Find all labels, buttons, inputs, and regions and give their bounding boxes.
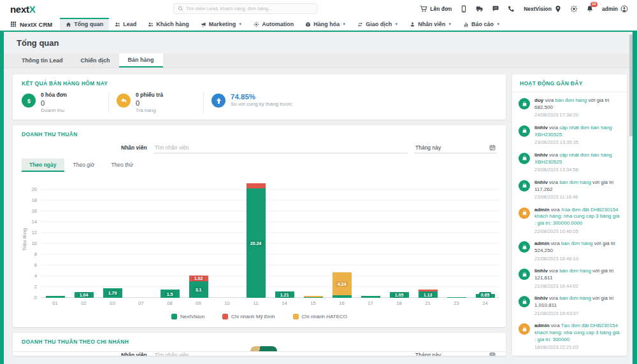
page-title: Tổng quan <box>17 38 633 48</box>
nav-item-2[interactable]: Lead <box>109 18 142 31</box>
activity-text: admin vừa bán đơn hàng với giá trị 524,2… <box>534 241 620 262</box>
y-tick-label: 2 <box>34 284 37 290</box>
employee-search-input[interactable] <box>154 143 408 153</box>
nav-item-label: Marketing <box>209 21 236 27</box>
period-value: Tháng này <box>415 352 441 356</box>
chat-button[interactable] <box>492 5 499 13</box>
order-bag-icon <box>519 241 530 253</box>
app-logo: nextX <box>10 4 35 15</box>
chart-tabs: Theo ngàyTheo giờTheo thứ <box>13 155 506 172</box>
activity-list[interactable]: duy vừa bán đơn hàng với giá trị 682,500… <box>512 92 627 356</box>
app-switcher[interactable]: NextX CRM <box>10 21 52 28</box>
page-scrollbar-thumb[interactable] <box>629 34 633 136</box>
chart-tab-3[interactable]: Theo thứ <box>103 158 141 172</box>
call-button[interactable] <box>508 5 515 13</box>
activity-action-link[interactable]: bán đơn hàng <box>561 241 593 246</box>
order-bag-icon <box>519 98 530 109</box>
page-scrollbar-track[interactable] <box>629 32 633 364</box>
chart-tab-1[interactable]: Theo ngày <box>22 158 64 172</box>
nav-item-4[interactable]: Marketing▼ <box>195 18 248 31</box>
chart-tab-2[interactable]: Theo giờ <box>66 158 103 172</box>
nav-item-8[interactable]: Nhân viên▼ <box>404 18 457 31</box>
search-input[interactable] <box>186 6 313 11</box>
activity-sidebar: HOẠT ĐỘNG GẦN ĐÂY duy vừa bán đơn hàng v… <box>512 74 627 356</box>
chat-icon <box>492 5 499 13</box>
home-icon <box>66 22 71 27</box>
bar-value-label: 4.24 <box>336 281 348 287</box>
brand-label: NextX CRM <box>20 21 52 28</box>
top-header-bar: nextX Lên đơnNextVision10admin <box>0 0 637 18</box>
bar-segment[interactable] <box>46 296 65 298</box>
arrow-up-icon <box>211 94 225 108</box>
activity-action-link[interactable]: bán đơn hàng <box>559 295 591 301</box>
branch-donut-chart-clipped[interactable] <box>250 346 277 351</box>
bar-segment[interactable] <box>247 183 266 188</box>
delivery-button[interactable] <box>476 5 483 13</box>
mobile-app-button[interactable] <box>460 5 468 13</box>
notifications-button[interactable]: 10 <box>586 5 594 13</box>
bar-segment[interactable] <box>333 295 352 298</box>
gear-icon <box>254 22 259 27</box>
bar-segment[interactable] <box>361 296 380 298</box>
users-icon <box>115 22 120 27</box>
y-tick-label: 10 <box>32 241 37 246</box>
stat-sub-label: So với cùng kỳ tháng trước <box>231 101 292 107</box>
create-order-button[interactable]: Lên đơn <box>420 5 452 13</box>
page-tab-2[interactable]: Chiến dịch <box>72 53 119 67</box>
nav-item-9[interactable]: Báo cáo▼ <box>457 18 506 31</box>
bar-group-15: 15 <box>299 182 327 298</box>
bar-segment[interactable] <box>419 290 438 291</box>
activity-action-link[interactable]: bán đơn hàng <box>559 268 591 274</box>
page-tab-1[interactable]: Thông tin Lead <box>13 53 72 67</box>
activity-line: admin vừa bán đơn hàng với giá trị 524,2… <box>534 241 620 254</box>
bar-value-label: 1.13 <box>422 292 434 298</box>
x-tick-label: 14 <box>282 300 287 306</box>
activity-text: linhlv vừa bán đơn hàng với giá trị 1,01… <box>534 295 620 316</box>
bar-group-02: 1.0402 <box>69 182 98 298</box>
activity-line: linhlv vừa cập nhật đơn bán hàng XBH2305… <box>534 125 620 138</box>
calendar-icon <box>489 352 496 356</box>
x-tick-label: 01 <box>52 300 57 306</box>
activity-user: linhlv <box>534 152 548 158</box>
bell-icon: 10 <box>586 5 594 13</box>
accent-divider <box>0 31 637 32</box>
settings-button[interactable] <box>570 5 578 13</box>
order-bag-icon <box>519 323 530 335</box>
net-revenue-card: DOANH THU THUẦN Nhân viên Tháng này Theo… <box>13 125 506 327</box>
order-bag-icon <box>519 125 530 137</box>
order-bag-icon <box>519 296 530 307</box>
create-order-button-label: Lên đơn <box>430 6 452 12</box>
search-icon <box>178 6 183 11</box>
branch-location-select[interactable]: NextVision <box>524 5 562 13</box>
x-tick-label: 24 <box>482 300 487 306</box>
revenue-filter-row: Nhân viên Tháng này <box>13 141 506 155</box>
activity-action-link[interactable]: bán đơn hàng <box>559 179 591 185</box>
period-select[interactable]: Tháng này <box>414 143 497 153</box>
account-menu[interactable]: admin <box>602 5 628 13</box>
legend-item[interactable]: Chi nhánh Mỹ Đình <box>222 314 275 319</box>
nav-item-3[interactable]: Khách hàng <box>142 18 195 31</box>
activity-action-link[interactable]: bán đơn hàng <box>555 97 587 103</box>
nav-item-label: Automation <box>262 21 294 27</box>
page-tab-3[interactable]: Bán hàng <box>119 53 163 67</box>
bar-group-09: 3.11.0209 <box>184 182 213 298</box>
nav-item-6[interactable]: Hàng hóa▼ <box>299 18 352 31</box>
nav-item-1[interactable]: Tổng quan <box>60 18 109 31</box>
order-bag-icon <box>519 153 530 164</box>
x-tick-label: 15 <box>310 300 315 306</box>
nav-item-5[interactable]: Automation <box>248 18 299 31</box>
activity-user: duy <box>534 97 543 103</box>
bar-segment[interactable] <box>447 297 466 298</box>
bar-group-08: 1.508 <box>155 182 184 298</box>
branch-revenue-card: DOANH THU THUẦN THEO CHI NHÁNH Nhân viên… <box>13 333 506 356</box>
activity-text: admin vừa Xóa đơn đặt DHB230154 khách hà… <box>534 207 620 235</box>
activity-line: duy vừa bán đơn hàng với giá trị 682,500 <box>534 97 620 111</box>
legend-item[interactable]: Chi nhánh HATECO <box>293 314 347 319</box>
activity-line: admin vừa Xóa đơn đặt DHB230154 khách hà… <box>534 207 620 227</box>
mobile-icon <box>460 5 468 13</box>
bar-segment[interactable] <box>304 296 323 297</box>
legend-item[interactable]: NextVision <box>171 314 204 319</box>
activity-timestamp: 21/08/2023 16:44:02 <box>534 283 620 290</box>
nav-item-7[interactable]: Giao dịch▼ <box>352 18 404 31</box>
global-search[interactable] <box>173 3 317 14</box>
